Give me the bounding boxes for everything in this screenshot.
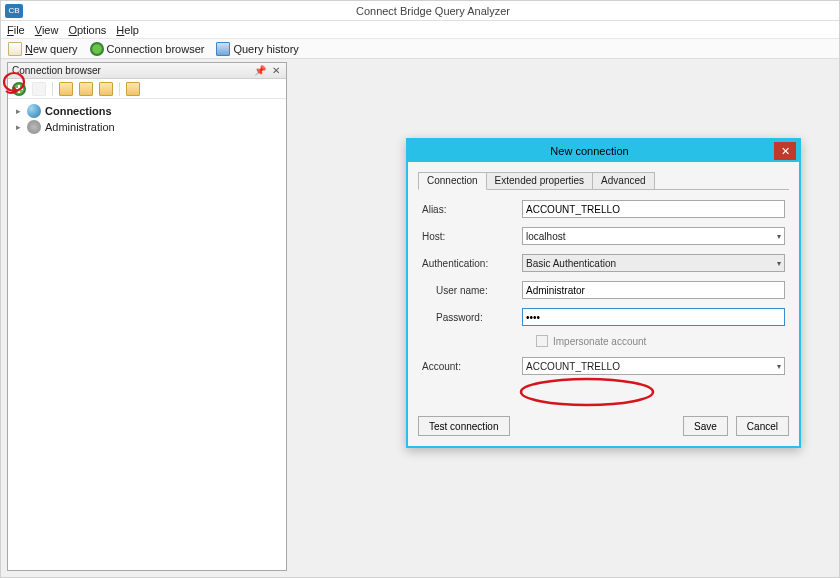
connection-browser-icon bbox=[90, 42, 104, 56]
menu-file[interactable]: File bbox=[7, 24, 25, 36]
tree-administration-label: Administration bbox=[45, 121, 115, 133]
authentication-value: Basic Authentication bbox=[526, 258, 616, 269]
row-alias: Alias: bbox=[422, 200, 785, 218]
tab-connection[interactable]: Connection bbox=[418, 172, 487, 190]
title-bar: CB Connect Bridge Query Analyzer bbox=[1, 1, 839, 21]
chevron-down-icon: ▾ bbox=[777, 232, 781, 241]
host-label: Host: bbox=[422, 231, 522, 242]
query-history-icon bbox=[216, 42, 230, 56]
query-history-label: Query history bbox=[233, 43, 298, 55]
dialog-body: Connection Extended properties Advanced … bbox=[408, 162, 799, 446]
new-connection-dialog: New connection ✕ Connection Extended pro… bbox=[406, 138, 801, 448]
authentication-field[interactable]: Basic Authentication ▾ bbox=[522, 254, 785, 272]
panel-toolbar bbox=[8, 79, 286, 99]
impersonate-checkbox[interactable] bbox=[536, 335, 548, 347]
chevron-down-icon: ▾ bbox=[777, 362, 781, 371]
toolbar-separator bbox=[52, 82, 53, 96]
account-label: Account: bbox=[422, 361, 522, 372]
new-query-icon bbox=[8, 42, 22, 56]
cancel-button[interactable]: Cancel bbox=[736, 416, 789, 436]
window-title: Connect Bridge Query Analyzer bbox=[27, 5, 839, 17]
panel-close-icon[interactable]: ✕ bbox=[270, 65, 282, 77]
menu-options[interactable]: Options bbox=[68, 24, 106, 36]
test-connection-button[interactable]: Test connection bbox=[418, 416, 510, 436]
dialog-tabs: Connection Extended properties Advanced bbox=[418, 170, 789, 190]
toolbar-separator bbox=[119, 82, 120, 96]
tab-extended-properties[interactable]: Extended properties bbox=[486, 172, 594, 189]
remove-connection-icon[interactable] bbox=[32, 82, 46, 96]
authentication-label: Authentication: bbox=[422, 258, 522, 269]
expand-icon[interactable]: ▸ bbox=[14, 107, 23, 116]
row-password: Password: bbox=[422, 308, 785, 326]
dialog-title: New connection bbox=[408, 145, 771, 157]
chevron-down-icon: ▾ bbox=[777, 259, 781, 268]
username-label: User name: bbox=[422, 285, 522, 296]
panel-header: Connection browser 📌 ✕ bbox=[8, 63, 286, 79]
row-host: Host: localhost ▾ bbox=[422, 227, 785, 245]
panel-tool-2-icon[interactable] bbox=[79, 82, 93, 96]
dialog-button-row: Test connection Save Cancel bbox=[418, 416, 789, 436]
panel-body: ▸ Connections ▸ Administration bbox=[8, 99, 286, 570]
panel-tool-1-icon[interactable] bbox=[59, 82, 73, 96]
tree-connections-label: Connections bbox=[45, 105, 112, 117]
impersonate-label: Impersonate account bbox=[553, 336, 646, 347]
app-icon: CB bbox=[5, 4, 23, 18]
new-query-button[interactable]: New query bbox=[5, 41, 81, 57]
tree-connections-row[interactable]: ▸ Connections bbox=[14, 103, 280, 119]
expand-icon[interactable]: ▸ bbox=[14, 123, 23, 132]
host-field[interactable]: localhost ▾ bbox=[522, 227, 785, 245]
connection-browser-button[interactable]: Connection browser bbox=[87, 41, 208, 57]
annotation-add-connection-circle bbox=[3, 71, 29, 95]
tree-administration-row[interactable]: ▸ Administration bbox=[14, 119, 280, 135]
save-button[interactable]: Save bbox=[683, 416, 728, 436]
dialog-title-bar[interactable]: New connection ✕ bbox=[408, 140, 799, 162]
connections-icon bbox=[27, 104, 41, 118]
password-field[interactable] bbox=[522, 308, 785, 326]
alias-label: Alias: bbox=[422, 204, 522, 215]
administration-icon bbox=[27, 120, 41, 134]
row-impersonate: Impersonate account bbox=[422, 335, 785, 347]
dialog-close-button[interactable]: ✕ bbox=[774, 142, 796, 160]
menu-help[interactable]: Help bbox=[116, 24, 139, 36]
alias-field[interactable] bbox=[522, 200, 785, 218]
tab-advanced[interactable]: Advanced bbox=[592, 172, 654, 189]
connection-browser-label: Connection browser bbox=[107, 43, 205, 55]
password-label: Password: bbox=[422, 312, 522, 323]
panel-tool-4-icon[interactable] bbox=[126, 82, 140, 96]
row-username: User name: bbox=[422, 281, 785, 299]
new-query-label: New query bbox=[25, 43, 78, 55]
main-toolbar: New query Connection browser Query histo… bbox=[1, 39, 839, 59]
row-authentication: Authentication: Basic Authentication ▾ bbox=[422, 254, 785, 272]
pin-icon[interactable]: 📌 bbox=[254, 65, 266, 77]
host-value: localhost bbox=[526, 231, 565, 242]
application-window: CB Connect Bridge Query Analyzer File Vi… bbox=[0, 0, 840, 578]
panel-tool-3-icon[interactable] bbox=[99, 82, 113, 96]
account-field[interactable]: ACCOUNT_TRELLO ▾ bbox=[522, 357, 785, 375]
connection-form: Alias: Host: localhost ▾ Authentication:… bbox=[418, 190, 789, 375]
menu-view[interactable]: View bbox=[35, 24, 59, 36]
account-value: ACCOUNT_TRELLO bbox=[526, 361, 620, 372]
query-history-button[interactable]: Query history bbox=[213, 41, 301, 57]
row-account: Account: ACCOUNT_TRELLO ▾ bbox=[422, 357, 785, 375]
connection-browser-panel: Connection browser 📌 ✕ ▸ Connectio bbox=[7, 62, 287, 571]
menu-bar: File View Options Help bbox=[1, 21, 839, 39]
username-field[interactable] bbox=[522, 281, 785, 299]
